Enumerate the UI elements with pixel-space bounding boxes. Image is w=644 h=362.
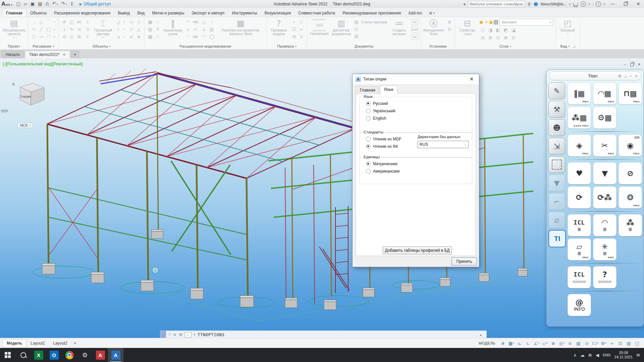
viewcube-face-label[interactable]: Справа — [20, 95, 32, 98]
layer-tool-icon[interactable]: ⊡ — [495, 34, 501, 41]
ribbon-tab[interactable]: Метки и размеры — [148, 9, 188, 17]
ribbon-tab[interactable]: Объекты — [26, 9, 51, 17]
selection-box-tool[interactable] — [548, 156, 565, 173]
scale-arrows-tool[interactable]: ⇲ — [548, 138, 565, 155]
viewport-restore-icon[interactable] — [630, 63, 634, 67]
settings-icon[interactable]: ⚙ — [77, 348, 93, 362]
ribbon-tool-icon[interactable]: ⊟ — [446, 26, 452, 33]
isolate-objects-icon[interactable]: ⊡ — [616, 340, 625, 347]
tool-mesh[interactable]: ◈PRO — [568, 134, 591, 157]
minimize-button[interactable]: ─ — [608, 0, 618, 8]
ribbon-tool-icon[interactable]: ∿ — [31, 26, 37, 33]
advance-steel-running-icon[interactable]: A — [108, 348, 123, 362]
ribbon-tool-icon[interactable]: ⌸ — [68, 33, 75, 40]
radio-option[interactable]: Русский — [366, 101, 469, 106]
ribbon-tab[interactable]: Визуализация — [261, 9, 295, 17]
viewport-close-icon[interactable]: ✕ — [638, 62, 641, 67]
tool-update-profiles-locked[interactable]: ⟳ — [568, 186, 591, 208]
layer-tool-icon[interactable]: ⊟ — [510, 34, 517, 41]
ribbon-tool-icon[interactable]: ⊞ — [446, 18, 452, 25]
ribbon-tab[interactable]: Инструменты — [228, 9, 261, 17]
ribbon-tool-icon[interactable]: ↓ — [61, 26, 67, 33]
dialog-title-bar[interactable]: A Титан опции ✕ — [353, 74, 479, 84]
ribbon-tool-icon[interactable]: ≂ — [192, 26, 199, 33]
ribbon-tool-icon[interactable]: ⌒ — [45, 18, 52, 25]
palette-gear-icon[interactable]: ⚙ — [618, 74, 622, 78]
selection-cycling-icon[interactable]: ⊙ — [583, 340, 591, 347]
ribbon-tool-icon[interactable]: ≀ — [208, 18, 215, 25]
tool-icl-layers[interactable]: ICL≣ — [568, 214, 591, 236]
clean-screen-icon[interactable]: □ — [633, 340, 641, 347]
ribbon-tool-icon[interactable]: ⚙ — [291, 33, 297, 40]
autodesk-app-icon[interactable]: A — [581, 1, 586, 7]
ribbon-tool-icon[interactable]: ☑ — [291, 26, 297, 33]
radio-option[interactable]: Американские — [366, 169, 469, 174]
infer-constraints-icon[interactable]: ⊾ — [516, 340, 524, 347]
chrome-icon[interactable] — [62, 348, 77, 362]
hammer-wrench-tool[interactable]: ⚒ — [548, 101, 565, 118]
db-directory-select[interactable]: RUS ⌄ — [418, 141, 469, 148]
ribbon-group-label[interactable]: Объекты▾ — [59, 43, 144, 49]
ribbon-button[interactable]: ▦Палитра инструментов Advance Steel — [217, 18, 264, 36]
ribbon-tool-icon[interactable]: ◠ — [201, 33, 207, 40]
hidden-icons-chevron[interactable]: ∧ — [574, 353, 577, 358]
save-icon[interactable]: ▣ — [31, 0, 35, 8]
pencil-tool[interactable]: ✎ — [548, 82, 565, 99]
orbit-arrows-icon[interactable]: ⟲⟳ — [1, 109, 8, 114]
radio-option[interactable]: English — [366, 116, 469, 121]
dropdown-caret-icon[interactable]: ▾ — [65, 3, 67, 6]
dialog-tab[interactable]: Язык — [380, 85, 397, 94]
dropdown-caret-icon[interactable]: ▾ — [513, 342, 514, 345]
dialog-launcher-icon[interactable]: ◿ — [573, 45, 575, 48]
dropdown-caret-icon[interactable]: ▾ — [546, 342, 547, 345]
tool-turbo[interactable]: ❂PRO — [619, 186, 642, 208]
dropdown-caret-icon[interactable]: ▾ — [605, 342, 606, 345]
ribbon-tool-icon[interactable]: ⍞ — [298, 18, 305, 25]
annotation-scale-badge[interactable]: 1:1▾ — [591, 340, 599, 347]
dropdown-caret-icon[interactable]: ▾ — [53, 33, 56, 40]
ribbon-tool-icon[interactable]: ▦ — [147, 33, 153, 40]
ribbon-tool-icon[interactable]: ▯ — [136, 18, 142, 25]
dialog-close-button[interactable]: ✕ — [467, 76, 476, 82]
palette-minimize-icon[interactable]: ─ — [630, 74, 632, 78]
ribbon-tool-icon[interactable]: ⋘ — [192, 18, 199, 25]
ribbon-group-label[interactable]: Вид▾◿ — [556, 43, 580, 49]
ribbon-tool-row[interactable]: ⎙ — [353, 25, 387, 33]
ribbon-button[interactable]: ⒶManagement Tools — [423, 18, 444, 36]
ribbon-tool-icon[interactable]: ⊘ — [61, 33, 67, 40]
ribbon-tool-icon[interactable]: ◞ — [31, 18, 37, 25]
viewport-minimize-icon[interactable]: ─ — [624, 63, 626, 67]
help-caret-icon[interactable]: ▾ — [604, 3, 605, 6]
command-prompt-icon[interactable]: >_ — [185, 332, 192, 338]
graphics-performance-icon[interactable]: ▥ — [625, 340, 633, 347]
close-button[interactable]: ✕ — [633, 0, 643, 8]
annotation-monitor-icon[interactable]: + — [608, 340, 616, 347]
radio-button[interactable] — [366, 137, 371, 141]
radio-option[interactable]: Метрические — [366, 162, 469, 166]
tool-frame-layers[interactable]: ◠≣ — [593, 214, 616, 236]
layer-tool-icon[interactable]: ◻ — [479, 26, 486, 34]
tool-weld-bolt-tables[interactable]: ⁂▦XXXX PRO — [568, 107, 591, 129]
ribbon-tool-icon[interactable]: ⎍ — [154, 33, 161, 40]
radio-button[interactable] — [366, 162, 371, 166]
ribbon-tool-icon[interactable]: ⌸ — [298, 33, 305, 40]
ribbon-tool-icon[interactable]: ⌃ — [185, 33, 191, 40]
network-wifi-icon[interactable]: ⋒ — [588, 353, 592, 358]
tool-beam-bolts-layers[interactable]: ⁂≣ — [619, 214, 642, 236]
ribbon-tab[interactable]: Add-ins — [405, 9, 426, 17]
ribbon-tool-row[interactable]: ▤Стили чертежа — [353, 18, 387, 25]
ribbon-tool-icon[interactable]: S — [85, 26, 91, 33]
ribbon-button[interactable]: ▥Диспетчер документов — [331, 18, 351, 36]
ribbon-button[interactable]: ‖Хранилище узлов — [163, 18, 182, 36]
logo-caret-icon[interactable]: ▾ — [11, 3, 12, 6]
ribbon-tool-icon[interactable]: △ — [201, 18, 207, 25]
customize-qat-icon[interactable]: ↧ — [70, 0, 74, 8]
tool-icl-flowchart[interactable]: ICL▭▭▭ — [568, 266, 591, 288]
beam-tool[interactable]: ⧄ — [548, 212, 565, 228]
command-close-icon[interactable]: ✕ — [173, 333, 176, 337]
ribbon-tool-icon[interactable]: ▫ — [128, 26, 135, 33]
tool-beam-tables[interactable]: ⊓▦PRO — [619, 82, 642, 105]
advance-steel-launcher-icon[interactable]: A — [93, 348, 108, 362]
radio-button[interactable] — [366, 144, 371, 149]
search-icon[interactable]: ⚲ — [528, 2, 531, 7]
